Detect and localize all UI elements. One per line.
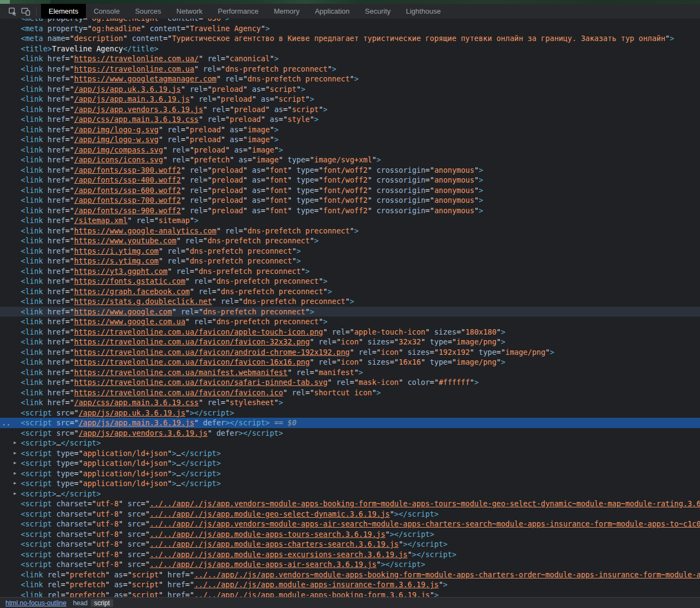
dom-tree-row[interactable]: <link href="https://www.google.com.ua" r… bbox=[0, 317, 700, 327]
expand-arrow-icon[interactable]: ▶ bbox=[14, 491, 16, 496]
inspect-cursor-glyph bbox=[8, 7, 18, 16]
dom-tree-row[interactable]: <script charset="utf-8" src="../../app/.… bbox=[0, 509, 700, 519]
dom-tree-row[interactable]: <script charset="utf-8" src="../../app/.… bbox=[0, 559, 700, 570]
dom-tree-row[interactable]: <meta property="og:headline" content="Tr… bbox=[0, 24, 700, 34]
dom-tree-row[interactable]: <link href="https://travelonline.com.ua/… bbox=[0, 377, 700, 388]
dom-tree-row[interactable]: ▶<script>…</script> bbox=[0, 489, 700, 499]
dom-tree-row[interactable]: <link href="/app/js/app.uk.3.6.19.js" re… bbox=[0, 84, 700, 95]
dom-tree-row[interactable]: <link href="https://travelonline.com.ua/… bbox=[0, 337, 700, 347]
dom-tree-row[interactable]: <link href="https://travelonline.com.ua/… bbox=[0, 327, 700, 337]
tab-network[interactable]: Network bbox=[169, 4, 211, 19]
dom-tree-row[interactable]: <link href="https://stats.g.doubleclick.… bbox=[0, 296, 700, 307]
dom-tree-row[interactable]: <link href="https://travelonline.com.ua"… bbox=[0, 64, 700, 74]
dom-tree-row[interactable]: <link href="https://travelonline.com.ua/… bbox=[0, 54, 700, 64]
dom-tree-row[interactable]: <link href="https://travelonline.com.ua/… bbox=[0, 357, 700, 367]
dom-tree-row[interactable]: <link href="/app/img/logo-w.svg" rel="pr… bbox=[0, 135, 700, 145]
inspect-element-icon[interactable] bbox=[7, 5, 19, 17]
dom-tree-row[interactable]: ▶<script type="application/ld+json">…</s… bbox=[0, 478, 700, 489]
dom-tree-row[interactable]: ..<script src="/app/js/app.main.3.6.19.j… bbox=[0, 418, 700, 428]
tab-elements[interactable]: Elements bbox=[41, 4, 86, 19]
dom-tree-row[interactable]: <meta property="og:image:height" content… bbox=[0, 19, 700, 24]
dom-tree-row[interactable]: <script src="/app/js/app.uk.3.6.19.js"><… bbox=[0, 408, 700, 418]
dom-tree-row[interactable]: <script src="/app/js/app.vendors.3.6.19.… bbox=[0, 428, 700, 439]
dom-tree-row[interactable]: <meta name="description" content="Турист… bbox=[0, 33, 700, 44]
breadcrumb-item-html[interactable]: html.no-focus-outline bbox=[2, 599, 69, 607]
dom-tree-row[interactable]: <link href="https://graph.facebook.com" … bbox=[0, 287, 700, 297]
dom-tree-row[interactable]: <link href="https://yt3.ggpht.com" rel="… bbox=[0, 266, 700, 277]
dom-tree-row[interactable]: <title>Traveline Agency</title> bbox=[0, 44, 700, 54]
devtools-window: ElementsConsoleSourcesNetworkPerformance… bbox=[0, 0, 700, 608]
dom-tree-row[interactable]: <link href="https://travelonline.com.ua/… bbox=[0, 367, 700, 378]
expand-arrow-icon[interactable]: ▶ bbox=[14, 460, 16, 466]
tab-console[interactable]: Console bbox=[86, 4, 127, 19]
dom-tree-row[interactable]: ▶<script type="application/ld+json">…</s… bbox=[0, 448, 700, 459]
dom-tree-row[interactable]: <link href="/app/fonts/ssp-700.woff2" re… bbox=[0, 195, 700, 206]
dom-tree-row[interactable]: <link href="/app/css/app.main.3.6.19.css… bbox=[0, 114, 700, 125]
dom-tree-row[interactable]: <link href="/app/css/app.main.3.6.19.css… bbox=[0, 397, 700, 408]
expand-arrow-icon[interactable]: ▶ bbox=[14, 471, 16, 476]
dom-tree-row[interactable]: <link href="/app/icons/icons.svg" rel="p… bbox=[0, 155, 700, 165]
dom-tree-row[interactable]: <link rel="prefetch" as="script" href=".… bbox=[0, 590, 700, 598]
dom-tree-row[interactable]: <link href="/app/img/logo-g.svg" rel="pr… bbox=[0, 125, 700, 135]
breadcrumb-item-script[interactable]: script bbox=[91, 599, 113, 607]
panel-tabs: ElementsConsoleSourcesNetworkPerformance… bbox=[41, 4, 448, 19]
dom-tree-row[interactable]: <script charset="utf-8" src="../../app/.… bbox=[0, 539, 700, 549]
dom-tree-row[interactable]: <link href="https://i.ytimg.com" rel="dn… bbox=[0, 246, 700, 256]
dom-tree-row[interactable]: <script charset="utf-8" src="../../app/.… bbox=[0, 519, 700, 529]
dom-tree-row[interactable]: <link href="/app/fonts/ssp-300.woff2" re… bbox=[0, 165, 700, 176]
dom-tree-row[interactable]: ▶<script>…</script> bbox=[0, 438, 700, 448]
dom-tree-row[interactable]: <link href="/app/fonts/ssp-600.woff2" re… bbox=[0, 185, 700, 196]
expand-arrow-icon[interactable]: ▶ bbox=[14, 440, 16, 446]
dom-tree-row[interactable]: <link href="/app/js/app.vendors.3.6.19.j… bbox=[0, 104, 700, 115]
tab-sources[interactable]: Sources bbox=[127, 4, 169, 19]
device-toolbar-glyph bbox=[21, 7, 31, 16]
breadcrumb-bar: html.no-focus-outlineheadscript bbox=[0, 597, 700, 608]
dom-tree-row[interactable]: <link href="/sitemap.xml" rel="sitemap"> bbox=[0, 215, 700, 226]
dom-tree-row[interactable]: <link href="/app/fonts/ssp-400.woff2" re… bbox=[0, 175, 700, 185]
dom-tree-row[interactable]: <link href="https://travelonline.com.ua/… bbox=[0, 347, 700, 358]
tab-performance[interactable]: Performance bbox=[210, 4, 266, 19]
dom-tree-row[interactable]: ▶<script type="application/ld+json">…</s… bbox=[0, 469, 700, 479]
tab-application[interactable]: Application bbox=[307, 4, 358, 19]
dom-tree-row[interactable]: <link href="/app/js/app.main.3.6.19.js" … bbox=[0, 94, 700, 104]
dom-tree-row[interactable]: <link href="https://s.ytimg.com" rel="dn… bbox=[0, 256, 700, 266]
webpage-background-strip bbox=[0, 0, 700, 4]
dom-tree-row[interactable]: <script charset="utf-8" src="../../app/.… bbox=[0, 499, 700, 509]
dom-tree-row[interactable]: <link href="https://www.googletagmanager… bbox=[0, 74, 700, 84]
dom-tree-row[interactable]: <link href="https://www.youtube.com" rel… bbox=[0, 236, 700, 246]
tab-memory[interactable]: Memory bbox=[266, 4, 307, 19]
devtools-toolbar: ElementsConsoleSourcesNetworkPerformance… bbox=[0, 4, 700, 19]
expand-arrow-icon[interactable]: ▶ bbox=[14, 451, 16, 456]
elements-panel: <meta property="og:image:height" content… bbox=[0, 19, 700, 597]
dom-tree-row[interactable]: <link href="https://travelonline.com.ua/… bbox=[0, 388, 700, 398]
device-toolbar-icon[interactable] bbox=[20, 5, 32, 17]
dom-tree-row[interactable]: <link rel="prefetch" as="script" href=".… bbox=[0, 570, 700, 580]
toolbar-divider bbox=[36, 7, 37, 16]
breadcrumb: html.no-focus-outlineheadscript bbox=[2, 599, 113, 607]
dom-tree-row[interactable]: <link href="https://www.google-analytics… bbox=[0, 226, 700, 236]
dom-tree-row[interactable]: <link href="https://www.google.com" rel=… bbox=[0, 307, 700, 317]
gutter-dots: .. bbox=[2, 418, 10, 428]
dom-tree-row[interactable]: <link rel="prefetch" as="script" href=".… bbox=[0, 580, 700, 590]
expand-arrow-icon[interactable]: ▶ bbox=[14, 481, 16, 486]
dom-tree: <meta property="og:image:height" content… bbox=[0, 19, 700, 597]
tab-lighthouse[interactable]: Lighthouse bbox=[398, 4, 448, 19]
tab-security[interactable]: Security bbox=[357, 4, 398, 19]
dom-tree-row[interactable]: <script charset="utf-8" src="../../app/.… bbox=[0, 529, 700, 540]
dom-tree-row[interactable]: <link href="/app/fonts/ssp-900.woff2" re… bbox=[0, 206, 700, 216]
dom-tree-row[interactable]: <link href="/app/img/compass.svg" rel="p… bbox=[0, 145, 700, 155]
dom-tree-row[interactable]: <script charset="utf-8" src="../../app/.… bbox=[0, 549, 700, 560]
dom-tree-row[interactable]: ▶<script type="application/ld+json">…</s… bbox=[0, 458, 700, 469]
breadcrumb-item-head[interactable]: head bbox=[69, 599, 91, 607]
dom-tree-row[interactable]: <link href="https://fonts.gstatic.com" r… bbox=[0, 276, 700, 287]
